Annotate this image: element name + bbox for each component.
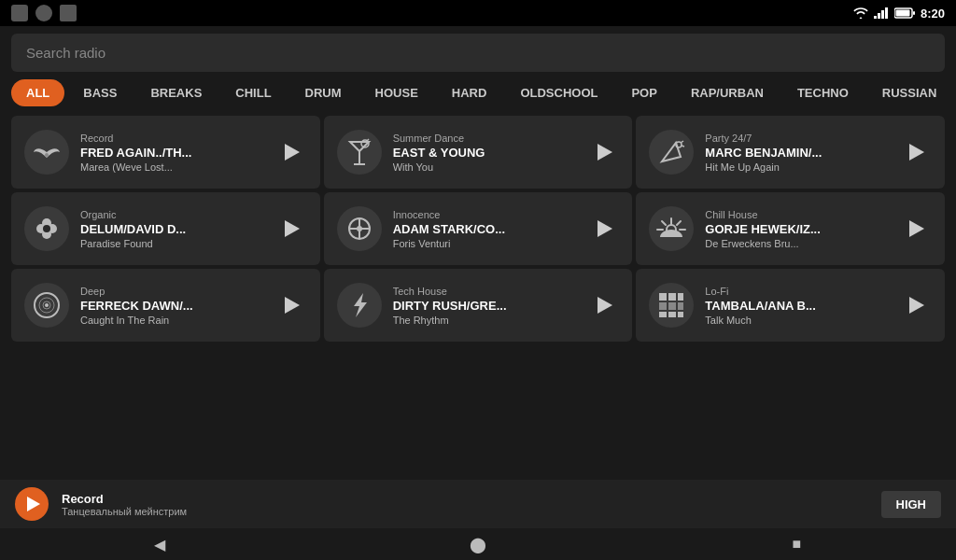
genre-tab-chill[interactable]: CHILL (220, 79, 286, 106)
radio-artist: MARC BENJAMIN/... (705, 146, 889, 160)
svg-line-13 (681, 141, 683, 143)
signal-icon (874, 7, 889, 19)
radio-logo (337, 130, 382, 175)
radio-logo (337, 206, 382, 251)
genre-tab-rapurban[interactable]: RAP/URBAN (676, 79, 779, 106)
radio-logo (337, 283, 382, 328)
genre-tab-hard[interactable]: HARD (437, 79, 502, 106)
svg-rect-2 (881, 10, 884, 19)
svg-rect-37 (678, 312, 683, 317)
status-right: 8:20 (853, 7, 945, 21)
play-button[interactable] (275, 289, 307, 321)
radio-genre: Organic (80, 209, 264, 220)
genre-tab-breaks[interactable]: BREAKS (135, 79, 217, 106)
genre-tab-drum[interactable]: DRUM (290, 79, 357, 106)
genre-tab-oldschool[interactable]: OLDSCHOOL (505, 79, 612, 106)
svg-rect-29 (659, 293, 667, 301)
play-button[interactable] (587, 289, 619, 321)
radio-grid: Record FRED AGAIN../TH... Marea (Weve Lo… (0, 116, 956, 342)
play-button[interactable] (587, 136, 619, 168)
radio-card: Lo-Fi TAMBALA/ANA B... Talk Much (636, 269, 945, 342)
svg-line-11 (367, 139, 369, 141)
radio-card: Record FRED AGAIN../TH... Marea (Weve Lo… (11, 116, 320, 189)
radio-info: Party 24/7 MARC BENJAMIN/... Hit Me Up A… (705, 133, 889, 173)
radio-card: Innocence ADAM STARK/CO... Foris Venturi (324, 192, 633, 265)
radio-genre: Record (80, 133, 264, 144)
genre-tab-bass[interactable]: BASS (68, 79, 132, 106)
play-button[interactable] (275, 213, 307, 245)
radio-track: The Rhythm (393, 315, 577, 326)
svg-line-14 (682, 146, 684, 147)
svg-point-23 (357, 226, 362, 231)
radio-card: Organic DELUM/DAVID D... Paradise Found (11, 192, 320, 265)
radio-logo (649, 283, 694, 328)
svg-point-19 (43, 225, 50, 232)
svg-rect-31 (678, 293, 683, 301)
now-playing-info: Record Танцевальный мейнстрим (62, 492, 868, 517)
radio-card: Summer Dance EAST & YOUNG With You (324, 116, 633, 189)
radio-info: Innocence ADAM STARK/CO... Foris Venturi (393, 209, 577, 249)
now-playing-bar: Record Танцевальный мейнстрим HIGH (0, 480, 956, 528)
genre-tab-pop[interactable]: POP (616, 79, 671, 106)
svg-rect-3 (885, 7, 888, 19)
app-icon-2 (35, 5, 52, 21)
genre-tab-house[interactable]: HOUSE (360, 79, 433, 106)
radio-track: De Erweckens Bru... (705, 238, 889, 249)
radio-genre: Tech House (393, 286, 577, 297)
search-placeholder: Search radio (26, 45, 105, 61)
app-icon-1 (11, 5, 28, 21)
radio-card: Chill House GORJE HEWEK/IZ... De Erwecke… (636, 192, 945, 265)
now-playing-subtitle: Танцевальный мейнстрим (62, 506, 868, 517)
nav-back-button[interactable]: ◀ (146, 530, 174, 558)
nav-recent-button[interactable]: ■ (782, 530, 810, 558)
play-button[interactable] (275, 136, 307, 168)
svg-rect-36 (668, 312, 676, 317)
radio-genre: Summer Dance (393, 133, 577, 144)
radio-genre: Chill House (705, 209, 889, 220)
genre-tab-techno[interactable]: TECHNO (782, 79, 864, 106)
svg-rect-33 (668, 302, 676, 310)
radio-artist: EAST & YOUNG (393, 146, 577, 160)
nav-bar: ◀ ⬤ ■ (0, 528, 956, 560)
play-button[interactable] (587, 213, 619, 245)
radio-genre: Lo-Fi (705, 286, 889, 297)
svg-rect-32 (659, 302, 667, 310)
play-button[interactable] (900, 136, 932, 168)
radio-artist: DIRTY RUSH/GRE... (393, 299, 577, 313)
now-playing-play-button[interactable] (15, 487, 49, 521)
radio-artist: DELUM/DAVID D... (80, 222, 264, 236)
radio-card: Party 24/7 MARC BENJAMIN/... Hit Me Up A… (636, 116, 945, 189)
radio-logo (24, 206, 69, 251)
svg-rect-35 (659, 312, 667, 317)
play-button[interactable] (900, 289, 932, 321)
radio-genre: Deep (80, 286, 264, 297)
quality-button[interactable]: HIGH (881, 491, 942, 518)
svg-rect-1 (878, 13, 880, 19)
genre-tab-all[interactable]: ALL (11, 79, 64, 106)
radio-artist: TAMBALA/ANA B... (705, 299, 889, 313)
status-bar: 8:20 (0, 0, 956, 26)
radio-logo (24, 283, 69, 328)
svg-rect-34 (678, 302, 683, 310)
radio-info: Lo-Fi TAMBALA/ANA B... Talk Much (705, 286, 889, 326)
radio-info: Chill House GORJE HEWEK/IZ... De Erwecke… (705, 209, 889, 249)
nav-home-button[interactable]: ⬤ (464, 530, 492, 558)
radio-track: With You (393, 161, 577, 173)
genre-tab-russian[interactable]: RUSSIAN (867, 79, 952, 106)
radio-info: Summer Dance EAST & YOUNG With You (393, 133, 577, 173)
radio-info: Tech House DIRTY RUSH/GRE... The Rhythm (393, 286, 577, 326)
radio-track: Foris Venturi (393, 238, 577, 249)
radio-genre: Innocence (393, 209, 577, 220)
svg-point-7 (45, 153, 49, 157)
radio-genre: Party 24/7 (705, 133, 889, 144)
search-bar[interactable]: Search radio (11, 34, 945, 72)
radio-card: Deep FERRECK DAWN/... Caught In The Rain (11, 269, 320, 342)
radio-artist: GORJE HEWEK/IZ... (705, 222, 889, 236)
status-left (11, 5, 77, 21)
play-button[interactable] (900, 213, 932, 245)
radio-logo (649, 206, 694, 251)
radio-artist: FRED AGAIN../TH... (80, 146, 264, 160)
radio-info: Deep FERRECK DAWN/... Caught In The Rain (80, 286, 264, 326)
svg-rect-30 (668, 293, 676, 301)
radio-logo (649, 130, 694, 175)
